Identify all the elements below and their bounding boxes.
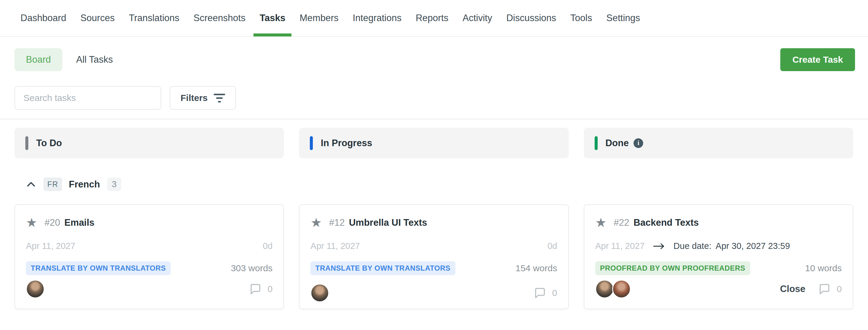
comment-icon[interactable] xyxy=(250,283,262,295)
word-count: 303 words xyxy=(231,263,273,273)
assignee-avatar[interactable] xyxy=(595,280,614,298)
language-group-header: FR French 3 xyxy=(27,178,868,191)
task-cards-row: ★ #20 Emails Apr 11, 2027 0d TRANSLATE B… xyxy=(14,204,853,309)
task-type-badge: TRANSLATE BY OWN TRANSLATORS xyxy=(26,261,170,275)
column-label: To Do xyxy=(36,138,62,149)
task-title[interactable]: Backend Texts xyxy=(633,217,699,228)
due-date-value: Apr 30, 2027 23:59 xyxy=(715,241,790,251)
assignee-avatar[interactable] xyxy=(310,283,329,302)
todo-status-bar xyxy=(25,136,28,150)
task-id: #22 xyxy=(614,217,629,228)
task-card[interactable]: ★ #20 Emails Apr 11, 2027 0d TRANSLATE B… xyxy=(14,204,284,309)
nav-item-translations[interactable]: Translations xyxy=(129,0,179,36)
nav-item-integrations[interactable]: Integrations xyxy=(352,0,401,36)
board-view-button[interactable]: Board xyxy=(14,48,62,71)
task-created-date: Apr 11, 2027 xyxy=(310,241,360,251)
nav-item-tasks[interactable]: Tasks xyxy=(259,0,285,36)
nav-item-dashboard[interactable]: Dashboard xyxy=(21,0,66,36)
done-status-bar xyxy=(595,136,598,150)
task-created-date: Apr 11, 2027 xyxy=(26,241,75,251)
info-icon[interactable]: i xyxy=(633,138,643,148)
collapse-group-button[interactable] xyxy=(27,181,36,187)
task-days-left: 0d xyxy=(547,241,557,251)
nav-item-discussions[interactable]: Discussions xyxy=(506,0,556,36)
word-count: 154 words xyxy=(516,263,557,273)
language-code-badge: FR xyxy=(43,178,62,191)
view-toggle-row: Board All Tasks Create Task xyxy=(0,37,868,71)
close-task-button[interactable]: Close xyxy=(780,283,805,295)
comment-icon[interactable] xyxy=(818,283,831,295)
task-count-badge: 3 xyxy=(107,178,121,191)
search-row: Filters xyxy=(0,71,868,110)
task-title[interactable]: Emails xyxy=(64,217,94,228)
all-tasks-view-button[interactable]: All Tasks xyxy=(76,54,113,65)
task-created-date: Apr 11, 2027 xyxy=(595,241,645,251)
assignee-avatar[interactable] xyxy=(26,280,44,298)
star-icon[interactable]: ★ xyxy=(310,216,322,229)
task-days-left: 0d xyxy=(263,241,273,251)
task-card[interactable]: ★ #12 Umbrella UI Texts Apr 11, 2027 0d … xyxy=(299,204,568,309)
nav-item-members[interactable]: Members xyxy=(300,0,338,36)
in-progress-status-bar xyxy=(310,136,313,150)
task-card[interactable]: ★ #22 Backend Texts Apr 11, 2027 Due dat… xyxy=(584,204,853,309)
nav-item-tools[interactable]: Tools xyxy=(570,0,592,36)
nav-item-screenshots[interactable]: Screenshots xyxy=(193,0,245,36)
comment-count: 0 xyxy=(268,284,273,294)
task-title[interactable]: Umbrella UI Texts xyxy=(349,217,427,228)
column-header-done: Done i xyxy=(584,128,853,158)
column-label: In Progress xyxy=(321,138,372,149)
chevron-up-icon xyxy=(27,181,36,187)
filters-button[interactable]: Filters xyxy=(170,86,236,110)
star-icon[interactable]: ★ xyxy=(26,216,37,229)
assignee-avatar[interactable] xyxy=(612,280,631,298)
arrow-right-icon xyxy=(652,243,666,249)
task-id: #12 xyxy=(329,217,345,228)
due-date-label: Due date: xyxy=(674,241,712,251)
comment-count: 0 xyxy=(837,284,842,294)
top-navigation: Dashboard Sources Translations Screensho… xyxy=(0,0,868,37)
word-count: 10 words xyxy=(805,263,842,273)
nav-item-reports[interactable]: Reports xyxy=(415,0,448,36)
star-icon[interactable]: ★ xyxy=(595,216,607,229)
comment-count: 0 xyxy=(552,288,557,298)
nav-item-sources[interactable]: Sources xyxy=(81,0,115,36)
task-id: #20 xyxy=(44,217,60,228)
language-name: French xyxy=(69,179,100,190)
column-header-todo: To Do xyxy=(14,128,284,158)
column-label: Done xyxy=(606,138,629,149)
filters-button-label: Filters xyxy=(181,93,208,103)
create-task-button[interactable]: Create Task xyxy=(780,48,855,71)
filter-lines-icon xyxy=(214,94,225,102)
column-header-in-progress: In Progress xyxy=(299,128,568,158)
board-column-headers: To Do In Progress Done i xyxy=(14,119,853,158)
search-input[interactable] xyxy=(14,86,161,110)
task-type-badge: TRANSLATE BY OWN TRANSLATORS xyxy=(310,261,455,275)
nav-item-settings[interactable]: Settings xyxy=(607,0,640,36)
task-type-badge: PROOFREAD BY OWN PROOFREADERS xyxy=(595,261,750,275)
nav-item-activity[interactable]: Activity xyxy=(463,0,492,36)
comment-icon[interactable] xyxy=(534,287,547,299)
